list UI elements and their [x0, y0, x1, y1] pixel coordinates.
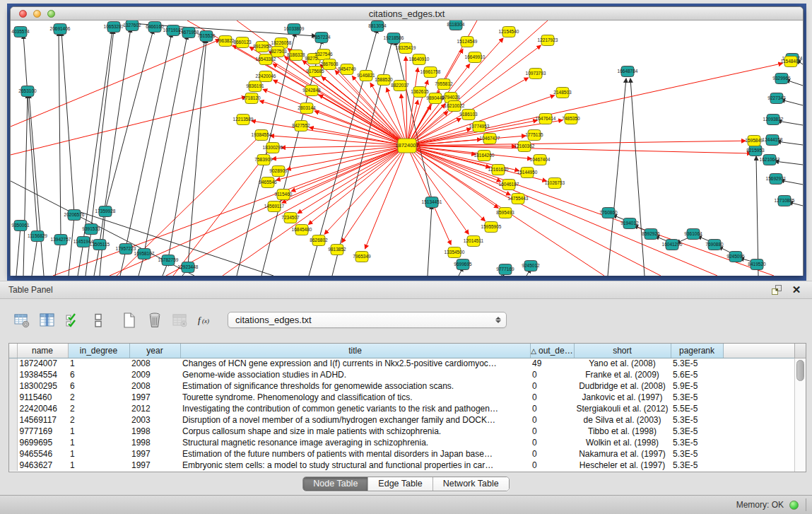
table-cell[interactable]: 0 — [530, 403, 574, 414]
network-edge[interactable] — [756, 156, 758, 276]
network-node[interactable]: 7515526 — [197, 31, 216, 42]
network-node[interactable]: 16845480 — [292, 225, 312, 235]
network-node[interactable]: 1595849 — [745, 136, 763, 146]
network-node[interactable]: 8660123 — [233, 37, 252, 48]
network-edge[interactable] — [23, 35, 37, 235]
function-builder-button[interactable]: f (x) — [195, 310, 216, 330]
network-node[interactable]: 9350061 — [11, 221, 30, 231]
memory-status-dot[interactable] — [789, 501, 799, 510]
table-cell[interactable]: 9115460 — [17, 392, 68, 403]
table-cell[interactable]: Structural magnetic resonance image aver… — [180, 437, 530, 448]
network-node[interactable]: 8626802 — [310, 235, 328, 246]
table-cell[interactable]: Dudbridge et al. (2008) — [574, 380, 671, 392]
network-node[interactable]: 15124549 — [457, 37, 478, 47]
network-node[interactable]: 9813852 — [328, 245, 346, 255]
table-cell[interactable]: 9777169 — [17, 426, 68, 437]
network-node[interactable]: 13942757 — [51, 235, 71, 245]
table-cell[interactable]: 5.9E-5 — [671, 380, 723, 392]
network-node[interactable]: 12710885 — [775, 196, 795, 206]
network-edge[interactable] — [126, 33, 172, 247]
network-edge[interactable] — [324, 146, 407, 234]
table-cell[interactable]: 0 — [530, 392, 574, 403]
network-node[interactable]: 9146821 — [357, 71, 375, 81]
network-edge[interactable] — [91, 30, 114, 228]
network-edge[interactable] — [781, 100, 803, 105]
table-cell[interactable]: 1 — [68, 358, 129, 369]
table-row[interactable]: 1456911722003Disruption of a novel membe… — [9, 414, 795, 426]
table-row[interactable]: 977716911998Corpus callosum shape and si… — [9, 426, 795, 437]
network-node[interactable]: 10653287 — [104, 22, 124, 33]
table-row[interactable]: 946362711997Embryonic stem cells: a mode… — [9, 460, 795, 471]
table-cell[interactable]: 9465546 — [17, 448, 68, 460]
network-node[interactable]: 12217923 — [538, 35, 558, 46]
table-cell[interactable]: 2003 — [129, 414, 180, 426]
table-row[interactable]: 911546021997Tourette syndrome. Phenomeno… — [9, 392, 795, 403]
network-node[interactable]: 1327602 — [123, 21, 141, 31]
network-node[interactable]: 12154540 — [499, 27, 519, 37]
table-cell[interactable]: 1997 — [129, 392, 180, 403]
network-node[interactable]: 1327546 — [314, 49, 333, 60]
table-row[interactable]: 969969511998Structural magnetic resonanc… — [9, 437, 795, 448]
network-edge[interactable] — [287, 146, 407, 170]
zoom-window-button[interactable] — [47, 10, 55, 18]
table-cell[interactable]: 2008 — [129, 380, 180, 392]
network-node[interactable]: 10973793 — [526, 69, 546, 79]
table-cell[interactable]: Jankovic et al. (1997) — [574, 392, 671, 403]
table-cell[interactable]: 5.3E-5 — [671, 392, 723, 403]
table-corner-button[interactable] — [794, 344, 806, 358]
network-node[interactable]: 12444158 — [763, 135, 783, 146]
network-node[interactable]: 8813054 — [368, 21, 387, 32]
network-edge[interactable] — [406, 57, 407, 146]
network-edge[interactable] — [61, 32, 74, 214]
table-cell[interactable]: Hescheler et al. (1997) — [574, 460, 671, 471]
network-node[interactable]: 17359928 — [95, 206, 116, 217]
network-node[interactable]: 2653100 — [18, 86, 37, 97]
table-cell[interactable]: 14569117 — [17, 414, 68, 426]
network-edge[interactable] — [78, 243, 83, 276]
network-edge[interactable] — [188, 39, 206, 266]
float-panel-icon[interactable] — [771, 284, 782, 296]
column-header-pagerank[interactable]: pagerank — [671, 344, 723, 358]
network-node[interactable]: 18164260 — [474, 151, 495, 161]
network-node[interactable]: 2803144 — [298, 103, 316, 114]
table-cell[interactable]: 5.3E-5 — [671, 414, 723, 426]
table-cell[interactable]: Estimation of significance thresholds fo… — [180, 380, 530, 392]
table-cell[interactable]: Disruption of a novel member of a sodium… — [180, 414, 530, 426]
table-cell[interactable]: Tourette syndrome. Phenomenology and cla… — [180, 392, 530, 403]
network-node[interactable]: 20691406 — [50, 24, 71, 35]
network-node[interactable]: 9245012 — [522, 261, 540, 271]
table-cell[interactable]: 2012 — [129, 403, 180, 414]
network-node[interactable]: 12213589 — [233, 115, 254, 125]
network-hub-node[interactable]: 18724007 — [395, 139, 418, 153]
column-header-short[interactable]: short — [574, 344, 671, 358]
column-header-out_de[interactable]: △out_de… — [530, 344, 574, 358]
table-row[interactable]: 1872400712008Changes of HCN gene express… — [9, 358, 795, 369]
select-all-button[interactable] — [62, 310, 83, 330]
network-node[interactable]: 10467427 — [480, 134, 500, 144]
table-cell[interactable]: 1997 — [129, 460, 180, 471]
network-node[interactable]: 9465546 — [259, 177, 277, 188]
network-edge[interactable] — [291, 146, 407, 192]
table-cell[interactable]: 5.5E-5 — [671, 403, 723, 414]
network-edge[interactable] — [168, 39, 205, 259]
network-edge[interactable] — [144, 35, 187, 252]
table-cell[interactable]: 9699695 — [17, 437, 68, 448]
table-cell[interactable]: 2 — [68, 414, 129, 426]
network-node[interactable]: 7760860 — [599, 208, 618, 218]
network-edge[interactable] — [105, 30, 153, 210]
show-columns-button[interactable] — [37, 310, 58, 330]
table-cell[interactable]: 5.3E-5 — [671, 437, 723, 448]
table-cell[interactable]: Yano et al. (2008) — [574, 358, 671, 369]
table-cell[interactable]: 5.3E-5 — [671, 460, 723, 471]
network-node[interactable]: 1775135 — [525, 130, 543, 141]
network-edge[interactable] — [270, 136, 407, 146]
network-edge[interactable] — [319, 95, 407, 146]
vertical-scrollbar[interactable] — [794, 358, 806, 472]
table-row[interactable]: 2242004622012Investigating the contribut… — [9, 403, 795, 414]
minimize-window-button[interactable] — [33, 10, 41, 18]
network-node[interactable]: 8595493 — [496, 208, 514, 218]
column-header-name[interactable]: name — [17, 344, 68, 358]
network-node[interactable]: 12160362 — [514, 141, 535, 152]
column-header-in_degree[interactable]: in_degree — [68, 344, 129, 358]
network-edge[interactable] — [407, 146, 774, 276]
